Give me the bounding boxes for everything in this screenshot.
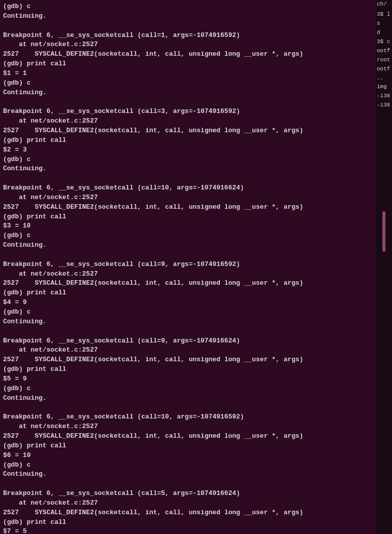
side-panel-line: ch/ bbox=[376, 0, 392, 9]
terminal-line: (gdb) c bbox=[3, 461, 31, 469]
terminal-line: Continuing. bbox=[3, 394, 47, 402]
terminal-line: at net/socket.c:2527 bbox=[3, 499, 98, 507]
side-panel-line: ootf bbox=[376, 47, 392, 56]
terminal-line: at net/socket.c:2527 bbox=[3, 41, 98, 48]
terminal-line: (gdb) c bbox=[3, 156, 31, 163]
terminal-output[interactable]: (gdb) c Continuing. Breakpoint 6, __se_s… bbox=[0, 0, 376, 534]
terminal-line: (gdb) c bbox=[3, 3, 31, 10]
terminal-line: 2527 SYSCALL_DEFINE2(socketcall, int, ca… bbox=[3, 356, 303, 363]
terminal-line: (gdb) c bbox=[3, 79, 31, 87]
terminal-line: Continuing. bbox=[3, 12, 47, 20]
terminal-line: at net/socket.c:2527 bbox=[3, 117, 98, 125]
terminal-line: (gdb) print call bbox=[3, 442, 66, 449]
terminal-line: 2527 SYSCALL_DEFINE2(socketcall, int, ca… bbox=[3, 203, 303, 211]
terminal-line: 2527 SYSCALL_DEFINE2(socketcall, int, ca… bbox=[3, 432, 303, 440]
terminal-line: at net/socket.c:2527 bbox=[3, 423, 98, 430]
side-panel-line: d bbox=[376, 28, 392, 37]
terminal-line: Breakpoint 6, __se_sys_socketcall (call=… bbox=[3, 413, 244, 421]
side-panel-line: ootf bbox=[376, 65, 392, 74]
side-panel-line: s bbox=[376, 19, 392, 28]
terminal-line: Continuing. bbox=[3, 470, 47, 478]
terminal-line: 2527 SYSCALL_DEFINE2(socketcall, int, ca… bbox=[3, 127, 303, 134]
terminal-line: $6 = 10 bbox=[3, 451, 31, 459]
side-panel-line: root bbox=[376, 56, 392, 65]
terminal-line: (gdb) print call bbox=[3, 289, 66, 296]
terminal-line: $2 = 3 bbox=[3, 146, 27, 154]
side-panel-line: img bbox=[376, 83, 392, 92]
terminal-line: Breakpoint 6, __se_sys_socketcall (call=… bbox=[3, 489, 240, 497]
terminal-line: 2527 SYSCALL_DEFINE2(socketcall, int, ca… bbox=[3, 279, 303, 287]
terminal-line: (gdb) print call bbox=[3, 365, 66, 373]
side-panel-line: .. bbox=[376, 74, 392, 83]
terminal-line: Breakpoint 6, __se_sys_socketcall (call=… bbox=[3, 337, 240, 345]
side-panel-line: -i38 bbox=[376, 92, 392, 101]
terminal-line: Continuing. bbox=[3, 165, 47, 172]
terminal-line: Breakpoint 6, __se_sys_socketcall (call=… bbox=[3, 107, 240, 115]
terminal-line: (gdb) c bbox=[3, 385, 31, 392]
terminal-line: (gdb) print call bbox=[3, 60, 66, 67]
terminal-line: (gdb) c bbox=[3, 308, 31, 316]
terminal-line: (gdb) print call bbox=[3, 213, 66, 220]
terminal-line: (gdb) c bbox=[3, 232, 31, 239]
side-panel: ch/3$ l sd3$ cootf rootootf ..img-i38-i3… bbox=[376, 0, 392, 534]
terminal-line: (gdb) print call bbox=[3, 518, 66, 526]
side-panel-line: -i38 bbox=[376, 101, 392, 110]
terminal-line: Continuing. bbox=[3, 318, 47, 325]
terminal-line: Continuing. bbox=[3, 241, 47, 249]
terminal-line: $1 = 1 bbox=[3, 69, 27, 77]
terminal-line: at net/socket.c:2527 bbox=[3, 346, 98, 354]
terminal-line: at net/socket.c:2527 bbox=[3, 270, 98, 278]
terminal-line: $5 = 9 bbox=[3, 375, 27, 383]
terminal-line: $7 = 5 bbox=[3, 527, 27, 534]
terminal-line: 2527 SYSCALL_DEFINE2(socketcall, int, ca… bbox=[3, 509, 303, 516]
terminal-line: Breakpoint 6, __se_sys_socketcall (call=… bbox=[3, 184, 244, 192]
terminal-line: Continuing. bbox=[3, 89, 47, 96]
terminal-line: at net/socket.c:2527 bbox=[3, 194, 98, 201]
side-panel-line: 3$ c bbox=[376, 37, 392, 47]
terminal-line: $3 = 10 bbox=[3, 222, 31, 230]
terminal-line: Breakpoint 6, __se_sys_socketcall (call=… bbox=[3, 260, 240, 268]
terminal-line: Breakpoint 6, __se_sys_socketcall (call=… bbox=[3, 31, 240, 39]
terminal-line: (gdb) print call bbox=[3, 136, 66, 144]
terminal-line: 2527 SYSCALL_DEFINE2(socketcall, int, ca… bbox=[3, 50, 303, 58]
side-panel-line: 3$ l bbox=[376, 10, 392, 19]
scrollbar-thumb[interactable] bbox=[382, 211, 385, 252]
terminal-line: $4 = 9 bbox=[3, 298, 27, 306]
